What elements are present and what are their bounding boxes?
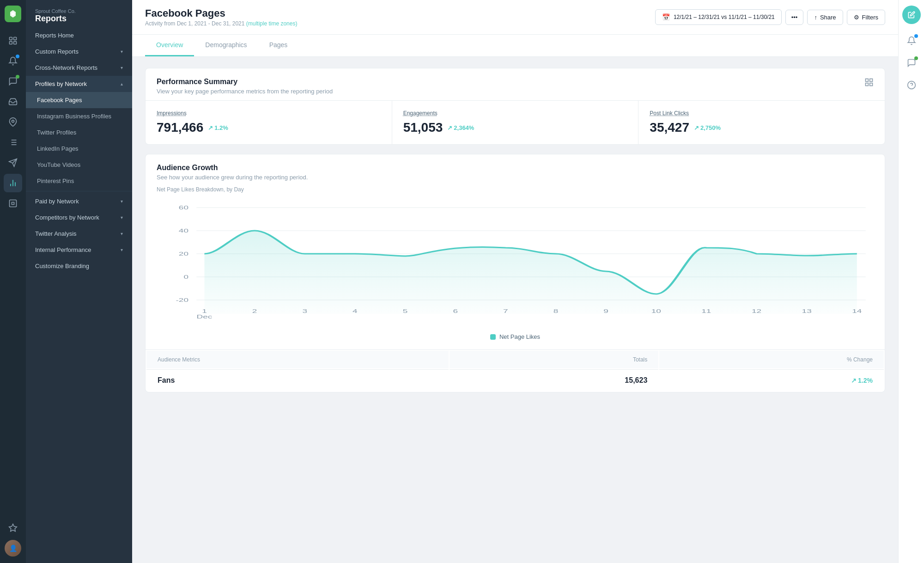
svg-text:7: 7 [503,308,508,314]
svg-text:0: 0 [183,274,188,280]
tab-overview[interactable]: Overview [145,35,194,56]
impressions-label: Impressions [157,110,381,116]
post-link-clicks-value: 35,427 ↗ 2,750% [650,120,874,135]
nav-reports-home[interactable]: Reports Home [26,27,132,43]
svg-rect-22 [866,83,869,86]
nav-instagram-profiles[interactable]: Instagram Business Profiles [26,108,132,124]
date-range-button[interactable]: 📅 12/1/21 – 12/31/21 vs 11/1/21 – 11/30/… [655,9,782,25]
arrow-up-icon: ↗ [447,124,452,131]
nav-facebook-pages[interactable]: Facebook Pages [26,92,132,108]
legend-label: Net Page Likes [499,333,540,340]
chat-right-icon[interactable] [902,54,921,72]
svg-text:13: 13 [802,308,812,314]
page-subtitle: Activity from Dec 1, 2021 - Dec 31, 2021… [145,20,297,27]
performance-title: Performance Summary [157,78,333,86]
share-button[interactable]: ↑ Share [807,10,843,25]
tab-demographics[interactable]: Demographics [194,35,258,56]
audience-growth-header: Audience Growth See how your audience gr… [146,154,885,186]
arrow-up-icon: ↗ [694,124,699,131]
svg-text:8: 8 [553,308,559,314]
company-name: Sprout Coffee Co. [35,8,123,14]
analytics-icon[interactable] [4,174,22,192]
header-controls: 📅 12/1/21 – 12/31/21 vs 11/1/21 – 11/30/… [655,9,885,25]
audience-title: Audience Growth [157,164,308,172]
chevron-icon: ▾ [121,215,123,220]
nav-paid-by-network[interactable]: Paid by Network ▾ [26,193,132,209]
nav-youtube-videos[interactable]: YouTube Videos [26,157,132,173]
post-link-clicks-metric: Post Link Clicks 35,427 ↗ 2,750% [638,101,885,144]
header-left: Facebook Pages Activity from Dec 1, 2021… [145,7,297,27]
nav-cross-network[interactable]: Cross-Network Reports ▾ [26,60,132,76]
svg-text:4: 4 [353,308,358,314]
nav-linkedin-pages[interactable]: LinkedIn Pages [26,141,132,157]
chevron-icon: ▾ [121,247,123,252]
section-name: Reports [35,14,123,24]
main-nav: Reports Home Custom Reports ▾ Cross-Netw… [26,27,132,274]
svg-marker-18 [9,524,17,532]
help-right-icon[interactable] [902,76,921,94]
svg-point-5 [12,120,14,122]
svg-rect-4 [14,42,17,44]
performance-header: Performance Summary View your key page p… [146,68,885,100]
legend-dot [490,334,496,340]
tab-pages[interactable]: Pages [258,35,299,56]
svg-rect-3 [10,42,12,44]
publish-icon[interactable] [4,153,22,172]
nav-customize-branding[interactable]: Customize Branding [26,258,132,274]
avatar-icon[interactable]: 👤 [4,539,22,557]
svg-rect-21 [870,83,873,86]
more-button[interactable]: ••• [785,10,804,25]
icon-rail: 👤 [0,0,26,563]
tasks-icon[interactable] [4,133,22,152]
page-header: Facebook Pages Activity from Dec 1, 2021… [132,0,898,35]
chart-container: Net Page Likes Breakdown, by Day 60 40 2… [146,186,885,349]
pin-icon[interactable] [4,113,22,131]
nav-internal-performance[interactable]: Internal Performance ▾ [26,242,132,258]
nav-profiles-by-network[interactable]: Profiles by Network ▴ [26,76,132,92]
fans-total: 15,623 [450,369,659,391]
grid-view-icon[interactable] [864,78,874,89]
filter-icon: ⚙ [854,14,859,21]
notification-right-icon[interactable] [902,31,921,50]
change-col-header: % Change [659,351,884,368]
inbox-icon[interactable] [4,92,22,111]
notification-icon[interactable] [4,52,22,70]
calendar-icon: 📅 [662,13,670,21]
table-row: Fans 15,623 ↗ 1.2% [146,369,884,391]
chevron-icon: ▾ [121,231,123,236]
svg-text:5: 5 [403,308,408,314]
svg-text:12: 12 [752,308,761,314]
svg-text:40: 40 [179,228,189,233]
chevron-icon: ▾ [121,49,123,54]
chevron-icon: ▾ [121,65,123,70]
svg-rect-20 [870,79,873,82]
share-icon: ↑ [814,14,817,21]
engagements-metric: Engagements 51,053 ↗ 2,364% [392,101,639,144]
timezone-link[interactable]: (multiple time zones) [246,20,298,27]
svg-rect-17 [10,200,17,207]
performance-header-text: Performance Summary View your key page p… [157,78,333,95]
nav-custom-reports[interactable]: Custom Reports ▾ [26,43,132,60]
performance-summary-card: Performance Summary View your key page p… [145,68,885,145]
engagements-value: 51,053 ↗ 2,364% [403,120,627,135]
edit-button[interactable] [902,6,921,24]
compose-icon[interactable] [4,31,22,50]
subtitle-text: Activity from Dec 1, 2021 - Dec 31, 2021 [145,20,246,27]
nav-competitors[interactable]: Competitors by Network ▾ [26,209,132,226]
svg-point-0 [12,12,14,15]
arrow-up-icon: ↗ [208,124,213,131]
arrow-up-icon: ↗ [851,377,857,384]
messages-icon[interactable] [4,72,22,91]
nav-twitter-analysis[interactable]: Twitter Analysis ▾ [26,226,132,242]
date-range-text: 12/1/21 – 12/31/21 vs 11/1/21 – 11/30/21 [674,14,775,20]
nav-pinterest-pins[interactable]: Pinterest Pins [26,173,132,189]
main-content: Facebook Pages Activity from Dec 1, 2021… [132,0,898,563]
filters-button[interactable]: ⚙ Filters [847,10,885,25]
favorites-icon[interactable] [4,519,22,537]
automation-icon[interactable] [4,194,22,213]
nav-twitter-profiles[interactable]: Twitter Profiles [26,124,132,141]
audience-growth-card: Audience Growth See how your audience gr… [145,154,885,392]
fans-label: Fans [146,369,449,391]
chevron-icon: ▾ [121,199,123,204]
svg-text:Dec: Dec [197,314,213,319]
